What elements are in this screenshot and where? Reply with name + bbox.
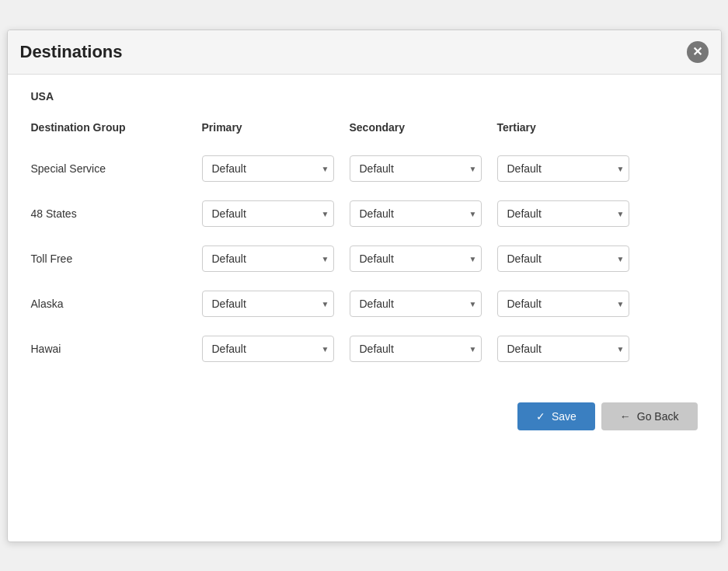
select-tertiary-row1[interactable]: DefaultOption 1Option 2Option 3 [497, 200, 629, 227]
select-primary-row2[interactable]: DefaultOption 1Option 2Option 3 [202, 245, 334, 272]
select-primary-row0[interactable]: DefaultOption 1Option 2Option 3 [202, 155, 334, 182]
close-button[interactable]: ✕ [687, 41, 709, 63]
select-primary-row1[interactable]: DefaultOption 1Option 2Option 3 [202, 200, 334, 227]
select-wrapper-tertiary: DefaultOption 1Option 2Option 3▼ [497, 336, 632, 362]
select-wrapper-tertiary: DefaultOption 1Option 2Option 3▼ [497, 200, 632, 227]
select-primary-row4[interactable]: DefaultOption 1Option 2Option 3 [202, 336, 334, 362]
select-secondary-row2[interactable]: DefaultOption 1Option 2Option 3 [350, 245, 482, 272]
select-wrapper-primary: DefaultOption 1Option 2Option 3▼ [202, 291, 337, 317]
save-icon: ✓ [536, 410, 545, 423]
table-row: HawaiDefaultOption 1Option 2Option 3▼Def… [31, 326, 698, 371]
select-secondary-row3[interactable]: DefaultOption 1Option 2Option 3 [350, 291, 482, 317]
destination-name: Toll Free [31, 252, 202, 265]
select-tertiary-row0[interactable]: DefaultOption 1Option 2Option 3 [497, 155, 629, 182]
select-secondary-row1[interactable]: DefaultOption 1Option 2Option 3 [350, 200, 482, 227]
go-back-button[interactable]: ← Go Back [601, 402, 698, 430]
table-row: Special ServiceDefaultOption 1Option 2Op… [31, 146, 698, 191]
go-back-icon: ← [620, 410, 631, 423]
modal-title: Destinations [20, 42, 123, 62]
select-wrapper-secondary: DefaultOption 1Option 2Option 3▼ [350, 200, 485, 227]
select-wrapper-tertiary: DefaultOption 1Option 2Option 3▼ [497, 155, 632, 182]
select-wrapper-primary: DefaultOption 1Option 2Option 3▼ [202, 200, 337, 227]
table-row: Toll FreeDefaultOption 1Option 2Option 3… [31, 236, 698, 281]
select-primary-row3[interactable]: DefaultOption 1Option 2Option 3 [202, 291, 334, 317]
select-secondary-row4[interactable]: DefaultOption 1Option 2Option 3 [350, 336, 482, 362]
select-wrapper-tertiary: DefaultOption 1Option 2Option 3▼ [497, 245, 632, 272]
col-header-destination-group: Destination Group [31, 121, 202, 134]
destination-name: Alaska [31, 298, 202, 310]
select-tertiary-row2[interactable]: DefaultOption 1Option 2Option 3 [497, 245, 629, 272]
destination-name: 48 States [31, 207, 202, 220]
modal-footer: ✓ Save ← Go Back [8, 387, 721, 454]
table-row: AlaskaDefaultOption 1Option 2Option 3▼De… [31, 281, 698, 326]
save-button[interactable]: ✓ Save [517, 402, 595, 430]
table-row: 48 StatesDefaultOption 1Option 2Option 3… [31, 191, 698, 236]
col-header-secondary: Secondary [350, 121, 497, 134]
destination-name: Special Service [31, 162, 202, 175]
destination-rows: Special ServiceDefaultOption 1Option 2Op… [31, 146, 698, 371]
select-wrapper-secondary: DefaultOption 1Option 2Option 3▼ [350, 291, 485, 317]
select-tertiary-row3[interactable]: DefaultOption 1Option 2Option 3 [497, 291, 629, 317]
select-secondary-row0[interactable]: DefaultOption 1Option 2Option 3 [350, 155, 482, 182]
select-wrapper-secondary: DefaultOption 1Option 2Option 3▼ [350, 245, 485, 272]
select-wrapper-secondary: DefaultOption 1Option 2Option 3▼ [350, 155, 485, 182]
table-header: Destination Group Primary Secondary Tert… [31, 115, 698, 140]
select-wrapper-primary: DefaultOption 1Option 2Option 3▼ [202, 336, 337, 362]
col-header-tertiary: Tertiary [497, 121, 645, 134]
go-back-label: Go Back [637, 410, 679, 423]
select-wrapper-secondary: DefaultOption 1Option 2Option 3▼ [350, 336, 485, 362]
col-header-primary: Primary [202, 121, 350, 134]
select-wrapper-primary: DefaultOption 1Option 2Option 3▼ [202, 245, 337, 272]
select-tertiary-row4[interactable]: DefaultOption 1Option 2Option 3 [497, 336, 629, 362]
select-wrapper-tertiary: DefaultOption 1Option 2Option 3▼ [497, 291, 632, 317]
destination-name: Hawai [31, 343, 202, 355]
destinations-modal: Destinations ✕ USA Destination Group Pri… [7, 30, 722, 542]
modal-body: USA Destination Group Primary Secondary … [8, 75, 721, 387]
select-wrapper-primary: DefaultOption 1Option 2Option 3▼ [202, 155, 337, 182]
modal-header: Destinations ✕ [8, 30, 721, 75]
region-label: USA [31, 90, 698, 103]
save-label: Save [552, 410, 576, 423]
